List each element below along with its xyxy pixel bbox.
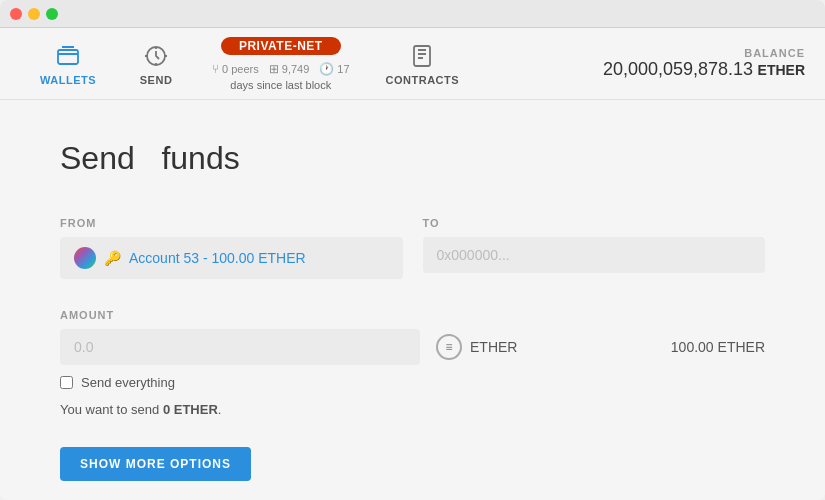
svg-rect-2 bbox=[414, 46, 430, 66]
send-everything-checkbox[interactable] bbox=[60, 376, 73, 389]
from-group: FROM 🔑 Account 53 - 100.00 ETHER bbox=[60, 217, 403, 279]
balance-amount-row: 20,000,059,878.13 ETHER bbox=[603, 59, 805, 80]
nav-send[interactable]: SEND bbox=[116, 32, 196, 96]
amount-label: AMOUNT bbox=[60, 309, 765, 321]
app-window: WALLETS SEND PRIVATE-NET ⑂ 0 peers bbox=[0, 0, 825, 500]
send-icon bbox=[142, 42, 170, 70]
network-center: PRIVATE-NET ⑂ 0 peers ⊞ 9,749 🕐 17 days … bbox=[196, 31, 365, 97]
wallets-icon bbox=[54, 42, 82, 70]
network-stats: ⑂ 0 peers ⊞ 9,749 🕐 17 bbox=[212, 62, 349, 76]
amount-input-wrap bbox=[60, 329, 420, 365]
amount-input[interactable] bbox=[60, 329, 420, 365]
key-icon: 🔑 bbox=[104, 250, 121, 266]
wallets-label: WALLETS bbox=[40, 74, 96, 86]
amount-row: ≡ ETHER 100.00 ETHER bbox=[60, 329, 765, 365]
ether-label-wrap: ≡ ETHER bbox=[436, 334, 517, 360]
to-address-input[interactable] bbox=[423, 237, 766, 273]
days-stat: 🕐 17 bbox=[319, 62, 349, 76]
nav-wallets[interactable]: WALLETS bbox=[20, 32, 116, 96]
available-balance: 100.00 ETHER bbox=[671, 339, 765, 355]
send-message: You want to send 0 ETHER. bbox=[60, 402, 765, 417]
main-content: Send funds FROM 🔑 Account 53 - 100.00 ET… bbox=[0, 100, 825, 500]
show-more-options-button[interactable]: SHOW MORE OPTIONS bbox=[60, 447, 251, 481]
titlebar bbox=[0, 0, 825, 28]
page-title: Send funds bbox=[60, 140, 765, 177]
account-avatar bbox=[74, 247, 96, 269]
ether-icon: ≡ bbox=[436, 334, 462, 360]
ether-unit: ETHER bbox=[470, 339, 517, 355]
traffic-lights bbox=[10, 8, 58, 20]
maximize-button[interactable] bbox=[46, 8, 58, 20]
balance-section: BALANCE 20,000,059,878.13 ETHER bbox=[603, 47, 805, 80]
close-button[interactable] bbox=[10, 8, 22, 20]
nav-contracts[interactable]: CONTRACTS bbox=[366, 32, 480, 96]
blocks-icon: ⊞ bbox=[269, 62, 279, 76]
balance-label: BALANCE bbox=[603, 47, 805, 59]
send-label: SEND bbox=[140, 74, 173, 86]
to-label: TO bbox=[423, 217, 766, 229]
amount-section: AMOUNT ≡ ETHER 100.00 ETHER Send everyth… bbox=[60, 309, 765, 417]
account-name: Account 53 - 100.00 ETHER bbox=[129, 250, 306, 266]
to-group: TO bbox=[423, 217, 766, 279]
send-everything-label[interactable]: Send everything bbox=[81, 375, 175, 390]
blocks-stat: ⊞ 9,749 bbox=[269, 62, 310, 76]
peers-stat: ⑂ 0 peers bbox=[212, 62, 259, 76]
send-everything-row: Send everything bbox=[60, 375, 765, 390]
from-account-selector[interactable]: 🔑 Account 53 - 100.00 ETHER bbox=[60, 237, 403, 279]
navbar: WALLETS SEND PRIVATE-NET ⑂ 0 peers bbox=[0, 28, 825, 100]
from-label: FROM bbox=[60, 217, 403, 229]
clock-icon: 🕐 bbox=[319, 62, 334, 76]
network-name: PRIVATE-NET bbox=[239, 39, 323, 53]
balance-amount: 20,000,059,878.13 bbox=[603, 59, 753, 79]
peers-icon: ⑂ bbox=[212, 62, 219, 76]
svg-rect-0 bbox=[58, 50, 78, 64]
contracts-label: CONTRACTS bbox=[386, 74, 460, 86]
from-to-row: FROM 🔑 Account 53 - 100.00 ETHER TO bbox=[60, 217, 765, 279]
balance-currency: ETHER bbox=[758, 62, 805, 78]
minimize-button[interactable] bbox=[28, 8, 40, 20]
days-warning: days since last block bbox=[230, 79, 331, 91]
network-badge[interactable]: PRIVATE-NET bbox=[221, 37, 341, 55]
contracts-icon bbox=[408, 42, 436, 70]
